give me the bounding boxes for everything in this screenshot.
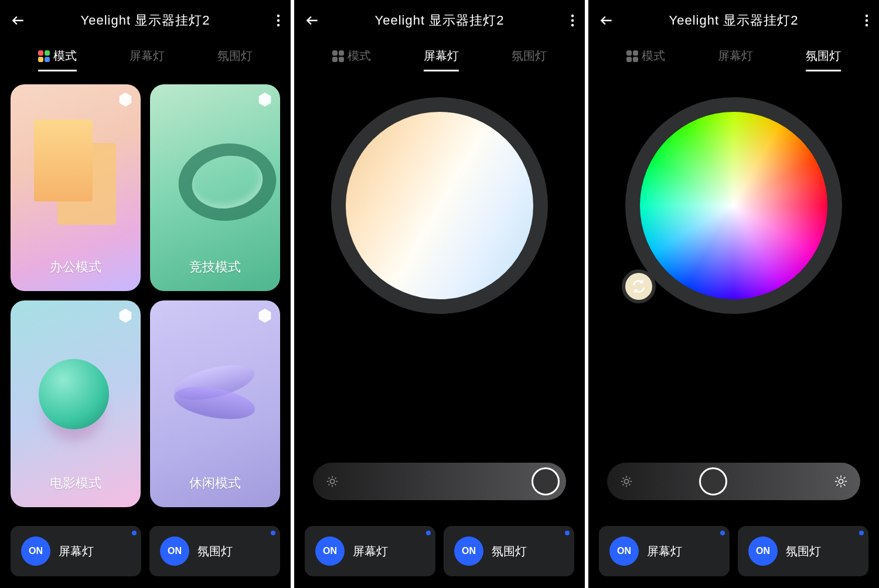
svg-point-2 <box>277 24 280 26</box>
toggle-ambient-light[interactable]: ON 氛围灯 <box>738 526 868 576</box>
arrow-left-icon <box>305 13 320 28</box>
page-title: Yeelight 显示器挂灯2 <box>622 12 845 29</box>
svg-point-4 <box>571 19 574 22</box>
on-badge: ON <box>748 536 778 566</box>
svg-point-0 <box>277 15 280 17</box>
tab-mode[interactable]: 模式 <box>626 48 665 71</box>
tab-screen-light[interactable]: 屏幕灯 <box>130 48 165 71</box>
screen-modes: Yeelight 显示器挂灯2 模式 屏幕灯 氛围灯 办公模式 竞技模式 电影模… <box>0 0 291 588</box>
tab-ambient-light[interactable]: 氛围灯 <box>217 48 253 71</box>
kebab-icon <box>865 14 868 27</box>
swap-mode-button[interactable] <box>622 269 656 303</box>
tab-label: 模式 <box>347 48 371 64</box>
svg-line-35 <box>844 477 846 479</box>
grid-icon <box>332 50 344 62</box>
tabs: 模式 屏幕灯 氛围灯 <box>588 41 879 74</box>
tab-mode[interactable]: 模式 <box>38 48 77 71</box>
svg-line-24 <box>629 484 631 486</box>
svg-point-18 <box>624 479 628 483</box>
slider-thumb[interactable] <box>699 467 727 495</box>
gear-icon[interactable] <box>118 93 132 107</box>
kebab-icon <box>277 14 280 27</box>
toggle-ambient-light[interactable]: ON 氛围灯 <box>444 526 574 576</box>
more-button[interactable] <box>257 14 280 27</box>
mode-label: 办公模式 <box>50 258 101 276</box>
toggle-screen-light[interactable]: ON 屏幕灯 <box>599 526 730 576</box>
toggle-ambient-light[interactable]: ON 氛围灯 <box>149 526 280 576</box>
tab-label: 氛围灯 <box>806 48 841 64</box>
tab-ambient-light[interactable]: 氛围灯 <box>512 48 547 71</box>
app-header: Yeelight 显示器挂灯2 <box>588 0 879 41</box>
back-button[interactable] <box>599 13 622 28</box>
back-button[interactable] <box>305 13 328 28</box>
toggle-label: 屏幕灯 <box>59 543 94 559</box>
toggle-label: 屏幕灯 <box>353 543 388 559</box>
svg-point-17 <box>866 24 868 26</box>
gear-icon[interactable] <box>258 309 272 323</box>
swap-icon <box>631 279 646 294</box>
brightness-slider-row <box>606 463 861 512</box>
grid-icon <box>38 50 50 62</box>
app-header: Yeelight 显示器挂灯2 <box>294 0 585 41</box>
on-badge: ON <box>609 536 639 566</box>
mode-card-office[interactable]: 办公模式 <box>11 84 141 291</box>
bottom-toggles: ON 屏幕灯 ON 氛围灯 <box>294 518 585 588</box>
picker-area <box>294 74 585 518</box>
on-badge: ON <box>315 536 345 566</box>
mode-card-game[interactable]: 竞技模式 <box>150 84 280 291</box>
tab-screen-light[interactable]: 屏幕灯 <box>718 48 753 71</box>
svg-line-25 <box>623 484 624 486</box>
tab-label: 模式 <box>53 48 77 64</box>
gear-icon[interactable] <box>118 309 132 323</box>
slider-thumb[interactable] <box>532 467 560 495</box>
tab-ambient-light[interactable]: 氛围灯 <box>806 48 841 71</box>
gear-icon[interactable] <box>258 93 272 107</box>
more-button[interactable] <box>551 14 574 27</box>
tab-label: 氛围灯 <box>512 48 547 64</box>
arrow-left-icon <box>599 13 614 28</box>
screen-ambient-light: Yeelight 显示器挂灯2 模式 屏幕灯 氛围灯 <box>588 0 879 588</box>
cct-color-wheel[interactable] <box>346 112 533 299</box>
brightness-slider-row <box>312 463 567 512</box>
grid-icon <box>626 50 638 62</box>
svg-line-12 <box>335 484 336 486</box>
picker-area <box>588 74 879 518</box>
svg-line-26 <box>629 478 631 479</box>
more-button[interactable] <box>845 14 868 27</box>
svg-point-1 <box>277 19 280 22</box>
toggle-label: 屏幕灯 <box>647 543 682 559</box>
brightness-low-icon <box>326 475 339 488</box>
svg-point-27 <box>839 479 843 483</box>
on-badge: ON <box>454 536 483 566</box>
svg-line-11 <box>329 478 330 479</box>
svg-point-15 <box>866 15 868 17</box>
mode-grid: 办公模式 竞技模式 电影模式 休闲模式 <box>0 74 291 518</box>
svg-line-13 <box>329 484 330 486</box>
kebab-icon <box>571 14 574 27</box>
brightness-slider[interactable] <box>607 463 860 500</box>
tab-label: 屏幕灯 <box>130 48 165 64</box>
svg-point-3 <box>571 15 574 17</box>
svg-point-6 <box>330 479 334 483</box>
page-title: Yeelight 显示器挂灯2 <box>328 12 551 29</box>
svg-line-32 <box>837 477 839 479</box>
mode-card-relax[interactable]: 休闲模式 <box>150 300 280 507</box>
brightness-slider[interactable] <box>313 463 566 500</box>
on-badge: ON <box>160 536 189 566</box>
rgb-color-wheel[interactable] <box>640 112 827 299</box>
tab-mode[interactable]: 模式 <box>332 48 371 71</box>
color-wheel-ring <box>331 97 548 314</box>
mode-label: 电影模式 <box>50 474 101 492</box>
mode-card-movie[interactable]: 电影模式 <box>11 300 141 507</box>
tab-screen-light[interactable]: 屏幕灯 <box>424 48 459 71</box>
svg-line-14 <box>335 478 336 479</box>
toggle-screen-light[interactable]: ON 屏幕灯 <box>11 526 141 576</box>
svg-line-23 <box>623 478 624 479</box>
tabs: 模式 屏幕灯 氛围灯 <box>0 41 291 74</box>
tab-label: 模式 <box>642 48 665 64</box>
toggle-label: 氛围灯 <box>786 543 821 559</box>
tab-label: 屏幕灯 <box>718 48 753 64</box>
tabs: 模式 屏幕灯 氛围灯 <box>294 41 585 74</box>
toggle-screen-light[interactable]: ON 屏幕灯 <box>305 526 435 576</box>
back-button[interactable] <box>11 13 34 28</box>
